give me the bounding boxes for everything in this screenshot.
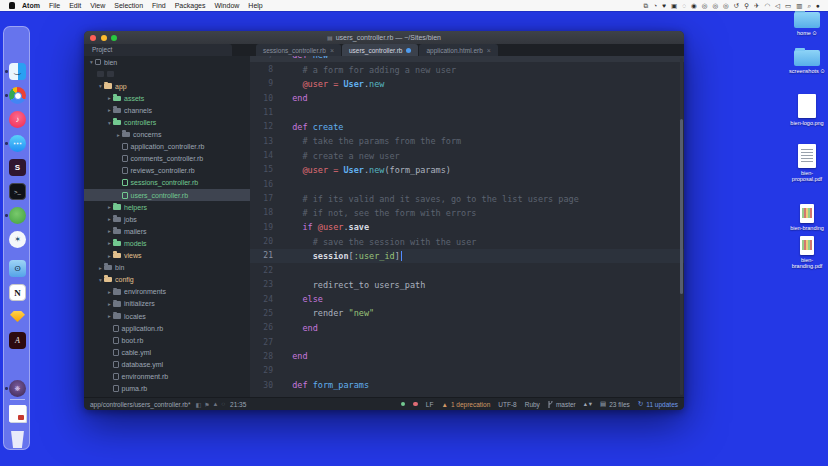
tree-item-database-yml[interactable]: database.yml — [84, 358, 250, 370]
apple-icon[interactable] — [9, 2, 15, 9]
tree-item-initializers[interactable]: ▸initializers — [84, 298, 250, 310]
menu-item-selection[interactable]: Selection — [114, 2, 143, 9]
sketch-dock-icon[interactable] — [9, 308, 26, 325]
menu-item-window[interactable]: Window — [214, 2, 239, 9]
chrome-dock-icon[interactable] — [9, 87, 26, 104]
notification-center-icon[interactable]: ● — [816, 0, 820, 11]
tree-item-channels[interactable]: ▸channels — [84, 104, 250, 116]
status-circle-icon[interactable]: ◎ — [712, 0, 718, 11]
tree-item-reviews-controller-rb[interactable]: reviews_controller.rb — [84, 165, 250, 177]
close-button[interactable] — [90, 35, 96, 41]
scrollbar-handle[interactable] — [680, 119, 683, 294]
tree-item-users-controller-rb[interactable]: users_controller.rb — [84, 189, 250, 201]
screenflow-dock-icon[interactable] — [9, 380, 26, 397]
notion-dock-icon[interactable] — [9, 284, 26, 301]
tree-item-helpers[interactable]: ▸helpers — [84, 201, 250, 213]
tree-item-mailers[interactable]: ▸mailers — [84, 225, 250, 237]
dropbox-icon[interactable]: ▣ — [671, 0, 677, 11]
tab-close-icon[interactable]: × — [330, 47, 334, 54]
tree-item-cable-yml[interactable]: cable.yml — [84, 346, 250, 358]
menu-item-find[interactable]: Find — [152, 2, 166, 9]
finder-dock-icon[interactable] — [9, 63, 26, 80]
updates-available[interactable]: ↻ 11 updates — [638, 400, 678, 408]
menu-item-packages[interactable]: Packages — [175, 2, 206, 9]
tab-application-html-erb[interactable]: application.html.erb× — [419, 44, 497, 56]
tree-item-locales[interactable]: ▸locales — [84, 310, 250, 322]
camera-icon[interactable]: ◉ — [691, 0, 697, 11]
terminal-dock-icon[interactable] — [9, 183, 26, 200]
file-encoding[interactable]: UTF-8 — [498, 401, 516, 408]
menu-item-help[interactable]: Help — [248, 2, 262, 9]
status-circle-icon[interactable]: ◎ — [702, 0, 708, 11]
tree-item-controllers[interactable]: ▾controllers — [84, 116, 250, 128]
trash-dock-icon[interactable] — [9, 431, 26, 448]
airplane-icon[interactable]: ✈ — [754, 0, 759, 11]
project-files-count[interactable]: ▤ 23 files — [600, 400, 630, 408]
tree-item-assets[interactable]: ▸assets — [84, 92, 250, 104]
evernote-dock-icon[interactable] — [9, 207, 26, 224]
tree-item-bin[interactable]: ▸bin — [84, 262, 250, 274]
battery-icon[interactable]: ▥ — [796, 0, 802, 11]
menu-item-file[interactable]: File — [49, 2, 60, 9]
sync-arrows-icon[interactable]: ▴ ▾ — [584, 400, 592, 408]
code-editor[interactable]: 7 def new8 # a form for adding a new use… — [250, 56, 684, 397]
desktop-icon-bien-branding[interactable]: bien-branding — [783, 204, 828, 231]
desktop-icon-bien-proposal-pdf[interactable]: bien- proposal.pdf — [783, 144, 828, 182]
tree-item-app[interactable]: ▾app — [84, 80, 250, 92]
window-title-bar[interactable]: ▤ users_controller.rb — ~/Sites/bien — [84, 31, 684, 44]
tab-close-icon[interactable]: × — [487, 47, 491, 54]
downloads-stack-dock-icon[interactable] — [9, 405, 26, 422]
display-icon[interactable]: ▭ — [785, 0, 791, 11]
search-icon[interactable]: ⌕ — [807, 0, 811, 11]
minimize-button[interactable] — [101, 35, 107, 41]
menu-item-view[interactable]: View — [90, 2, 105, 9]
cursor-position[interactable]: 21:35 — [230, 401, 246, 408]
tree-item-sessions-controller-rb[interactable]: sessions_controller.rb — [84, 177, 250, 189]
tree-item-environment-rb[interactable]: environment.rb — [84, 370, 250, 382]
desktop-icon-home[interactable]: home ⊙ — [783, 12, 828, 36]
tree-item-bien[interactable]: ▾bien — [84, 56, 250, 68]
desktop-icon-bien-logo-png[interactable]: bien-logo.png — [783, 94, 828, 126]
music-dock-icon[interactable] — [9, 111, 26, 128]
tab-users-controller-rb[interactable]: users_controller.rb — [342, 44, 418, 56]
tree-item-jobs[interactable]: ▸jobs — [84, 213, 250, 225]
menu-item-edit[interactable]: Edit — [69, 2, 81, 9]
tree-item-comments-controller-rb[interactable]: comments_controller.rb — [84, 153, 250, 165]
display-pref-icon[interactable]: ⧉ — [644, 0, 649, 11]
grammar-selector[interactable]: Ruby — [525, 401, 540, 408]
tree-item-concerns[interactable]: ▸concerns — [84, 129, 250, 141]
tree-item-views[interactable]: ▸views — [84, 250, 250, 262]
ia-writer-dock-icon[interactable] — [9, 356, 26, 373]
git-branch[interactable]: master — [548, 401, 576, 408]
project-tab[interactable]: Project — [84, 44, 232, 56]
desktop-icon-bien-branding-pdf[interactable]: bien- branding.pdf — [783, 236, 828, 269]
messages-dock-icon[interactable] — [9, 135, 26, 152]
project-tree[interactable]: ▾bien▾app▸assets▸channels▾controllers▸co… — [84, 56, 250, 397]
tree-item-models[interactable]: ▸models — [84, 237, 250, 249]
menu-item-atom[interactable]: Atom — [22, 2, 40, 9]
status-circle-icon[interactable]: ◎ — [723, 0, 729, 11]
acrobat-dock-icon[interactable] — [9, 332, 26, 349]
zoom-button[interactable] — [111, 35, 117, 41]
wunderlist-dock-icon[interactable] — [9, 231, 26, 248]
onepassword-icon[interactable]: ♥ — [662, 0, 666, 11]
editor-scrollbar[interactable] — [680, 58, 683, 395]
volume-icon[interactable]: ◁ — [775, 0, 780, 11]
tree-item-config[interactable]: ▾config — [84, 274, 250, 286]
wifi-icon[interactable]: ◠ — [764, 0, 770, 11]
tree-item-puma-rb[interactable]: puma.rb — [84, 383, 250, 395]
slack-dock-icon[interactable] — [9, 159, 26, 176]
tree-item-boot-rb[interactable]: boot.rb — [84, 334, 250, 346]
tree-item-environments[interactable]: ▸environments — [84, 286, 250, 298]
desktop-icon-screenshots[interactable]: screenshots ⊙ — [783, 50, 828, 74]
deprecation-warning[interactable]: ▲ 1 deprecation — [441, 401, 490, 408]
keyboard-icon[interactable]: ⚲ — [744, 0, 749, 11]
tree-item-application-rb[interactable]: application.rb — [84, 322, 250, 334]
tree-item-application-controller-rb[interactable]: application_controller.rb — [84, 141, 250, 153]
time-machine-icon[interactable]: ↺ — [734, 0, 739, 11]
tab-sessions-controller-rb[interactable]: sessions_controller.rb× — [256, 44, 341, 56]
clock-app-icon[interactable]: ◔ — [653, 0, 657, 11]
cloud-sync-icon[interactable]: ◌ — [682, 0, 686, 11]
line-ending[interactable]: LF — [426, 401, 434, 408]
tweetbot-dock-icon[interactable] — [9, 260, 26, 277]
